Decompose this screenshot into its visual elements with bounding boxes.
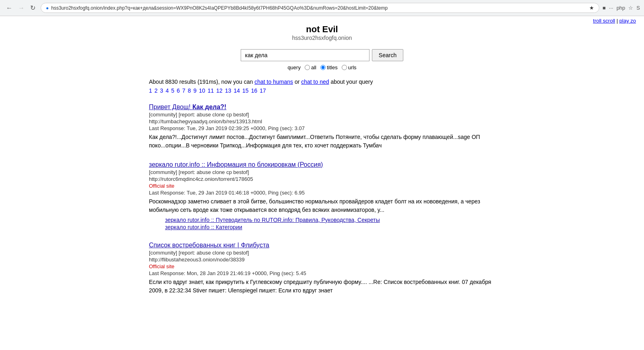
play-zo-link[interactable]: play zo [619,18,636,24]
page-17[interactable]: 17 [260,87,266,94]
star-icon: ☆ [628,5,633,11]
result-item: зеркало rutor.info :: Информация по блок… [149,161,495,230]
pagination: 1 2 3 4 5 6 7 8 9 10 11 12 13 14 15 16 1… [149,87,495,94]
back-button[interactable]: ← [4,4,14,12]
titles-radio[interactable] [320,65,326,70]
address-text: hss3uro2hsxfogfq.onion/index.php?q=как+д… [51,5,587,11]
result-url-0[interactable]: http://tumbachegvyaadyq.onion/b/res/1391… [149,118,495,124]
lock-icon: ● [46,5,49,11]
sub-link-1-0[interactable]: зеркало rutor.info :: Путеводитель по RU… [165,217,495,223]
result-item: Привет Двощ! Как дела?![community] [repo… [149,104,495,150]
page-10[interactable]: 10 [199,87,205,94]
result-url-2[interactable]: http://flibustahezeous3.onion/node/38339 [149,257,495,263]
address-bar[interactable]: ● hss3uro2hsxfogfq.onion/index.php?q=как… [41,3,599,13]
reload-button[interactable]: ↻ [28,3,37,12]
search-button[interactable]: Search [372,49,403,61]
page-content: not Evil hss3uro2hsxfogfq.onion Search q… [141,16,503,314]
browser-actions: ■ ··· php ☆ S [603,5,640,11]
page-11[interactable]: 11 [208,87,214,94]
query-label: query [287,64,301,70]
search-input[interactable] [241,49,369,61]
search-options: query all titles urls [149,64,495,70]
site-domain: hss3uro2hsxfogfq.onion [149,35,495,41]
page-16[interactable]: 16 [251,87,258,94]
page-8[interactable]: 8 [188,87,191,94]
page-15[interactable]: 15 [242,87,249,94]
page-6[interactable]: 6 [177,87,180,94]
result-title-2[interactable]: Список востребованных книг | Флибуста [149,242,495,249]
results-summary: About 8830 results (191ms), now you can … [149,79,495,85]
result-meta-0: [community] [report: abuse clone cp best… [149,112,495,118]
result-ping-1: Last Response: Tue, 29 Jan 2019 01:46:18… [149,190,495,196]
result-title-0[interactable]: Привет Двощ! Как дела?! [149,104,495,111]
result-meta-1: [community] [report: abuse clone cp best… [149,169,495,175]
page-12[interactable]: 12 [216,87,223,94]
chat-to-ned-link[interactable]: chat to ned [301,79,329,85]
result-official-1: Official site [149,183,495,189]
page-4[interactable]: 4 [165,87,169,94]
sub-link-1-1[interactable]: зеркало rutor.info :: Категории [165,224,495,230]
all-option[interactable]: all [305,64,316,70]
site-title: not Evil [149,24,495,35]
result-ping-2: Last Response: Mon, 28 Jan 2019 21:46:19… [149,270,495,276]
s-icon: S [636,5,640,11]
menu-icon: ··· [609,5,613,11]
page-1[interactable]: 1 [149,87,152,94]
page-2[interactable]: 2 [155,87,158,94]
result-snippet-1: Роскомнадзор заметно сливает в этой битв… [149,197,495,214]
page-9[interactable]: 9 [193,87,196,94]
result-official-2: Official site [149,263,495,269]
urls-option[interactable]: urls [342,64,357,70]
search-box: Search [149,49,495,61]
result-ping-0: Last Response: Tue, 29 Jan 2019 02:39:25… [149,125,495,131]
page-13[interactable]: 13 [225,87,231,94]
page-3[interactable]: 3 [160,87,163,94]
result-item: Список востребованных книг | Флибуста[co… [149,242,495,295]
result-url-1[interactable]: http://rutorc6mqdinc4cz.onion/torrent/17… [149,176,495,182]
results-container: Привет Двощ! Как дела?![community] [repo… [149,104,495,295]
troll-scroll-link[interactable]: troll scroll [593,18,615,24]
titles-option[interactable]: titles [320,64,338,70]
nav-buttons: ← → ↻ [4,3,37,12]
bookmark-icon: ★ [589,5,594,11]
all-radio[interactable] [305,65,310,70]
php-icon: php [617,5,625,11]
result-snippet-2: Если кто вдруг знает, как прикрутить к Г… [149,278,495,295]
troll-play-bar: troll scroll | play zo [593,18,636,24]
browser-chrome: ← → ↻ ● hss3uro2hsxfogfq.onion/index.php… [0,0,644,16]
result-title-1[interactable]: зеркало rutor.info :: Информация по блок… [149,161,495,168]
extensions-icon: ■ [603,5,606,11]
page-5[interactable]: 5 [171,87,174,94]
urls-radio[interactable] [342,65,347,70]
forward-button[interactable]: → [16,4,27,12]
chat-to-humans-link[interactable]: chat to humans [254,79,293,85]
result-snippet-0: Как дела?!...Достигнут лимит постов...До… [149,133,495,150]
page-7[interactable]: 7 [182,87,186,94]
sub-links-1: зеркало rutor.info :: Путеводитель по RU… [165,217,495,230]
site-header: not Evil hss3uro2hsxfogfq.onion [149,24,495,41]
page-14[interactable]: 14 [233,87,240,94]
result-meta-2: [community] [report: abuse clone cp best… [149,250,495,256]
